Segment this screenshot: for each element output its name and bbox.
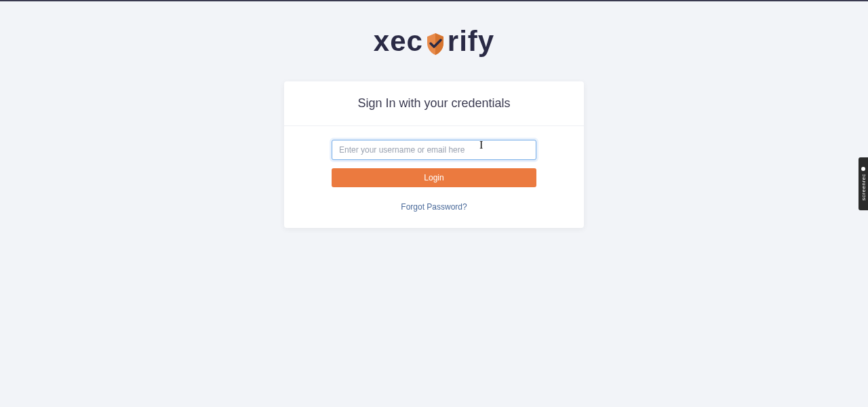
logo-text-right: rify [448, 25, 494, 58]
card-title: Sign In with your credentials [298, 96, 570, 111]
username-input[interactable] [332, 140, 536, 160]
forgot-password-link[interactable]: Forgot Password? [332, 202, 536, 212]
record-dot-icon [861, 167, 865, 171]
login-button[interactable]: Login [332, 168, 536, 187]
shield-icon [422, 31, 449, 58]
card-header: Sign In with your credentials [284, 81, 584, 126]
page-container: xec rify Sign In with your credentials L… [0, 1, 868, 228]
card-body: Login Forgot Password? [284, 126, 584, 228]
logo-text-left: xec [374, 25, 423, 58]
signin-card: Sign In with your credentials Login Forg… [284, 81, 584, 228]
screenrec-label: screenrec [861, 174, 867, 201]
brand-logo: xec rify [374, 25, 494, 58]
screenrec-widget[interactable]: screenrec [859, 157, 868, 210]
